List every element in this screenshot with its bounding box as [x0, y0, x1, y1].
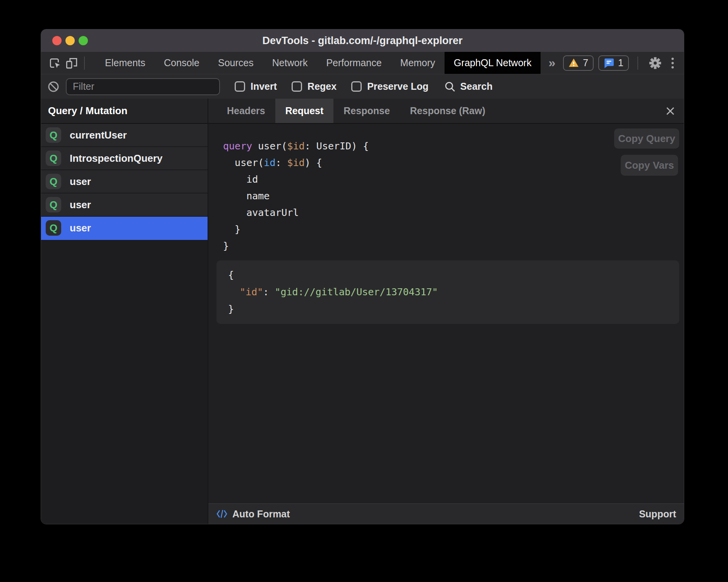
- preserve-log-checkbox[interactable]: [351, 81, 362, 92]
- list-item-user-3-selected[interactable]: Q user: [41, 217, 208, 240]
- query-name: user: [70, 222, 91, 234]
- zoom-window-button[interactable]: [79, 36, 88, 45]
- filter-bar: Invert Regex Preserve Log Search: [41, 74, 684, 99]
- tab-network[interactable]: Network: [263, 52, 317, 74]
- query-name: user: [70, 176, 91, 188]
- query-variables-box: { "id": "gid://gitlab/User/13704317"}: [216, 260, 679, 324]
- query-type-badge: Q: [46, 151, 61, 166]
- warning-count: 7: [583, 57, 588, 68]
- list-item-currentUser[interactable]: Q currentUser: [41, 124, 208, 147]
- tab-response[interactable]: Response: [333, 99, 400, 123]
- list-item-user-1[interactable]: Q user: [41, 170, 208, 193]
- support-link[interactable]: Support: [639, 508, 676, 520]
- message-icon: [604, 58, 614, 68]
- code-brackets-icon: [216, 509, 228, 519]
- query-list: Q currentUser Q IntrospectionQuery Q use…: [41, 124, 208, 240]
- tab-performance[interactable]: Performance: [317, 52, 391, 74]
- invert-label: Invert: [251, 81, 277, 92]
- warnings-badge[interactable]: 7: [563, 55, 594, 71]
- list-item-introspectionquery[interactable]: Q IntrospectionQuery: [41, 147, 208, 170]
- title-bar: DevTools - gitlab.com/-/graphql-explorer: [41, 29, 684, 52]
- query-name: IntrospectionQuery: [70, 152, 163, 164]
- warning-icon: [568, 58, 579, 68]
- auto-format-button[interactable]: Auto Format: [216, 508, 290, 520]
- copy-query-button[interactable]: Copy Query: [614, 128, 679, 149]
- sidebar-header: Query / Mutation: [41, 99, 208, 124]
- toolbar-right-divider: [637, 56, 638, 70]
- device-toolbar-icon: [65, 56, 78, 70]
- close-window-button[interactable]: [52, 36, 62, 45]
- tab-response-raw[interactable]: Response (Raw): [400, 99, 495, 123]
- query-list-sidebar: Query / Mutation Q currentUser Q Introsp…: [41, 99, 208, 524]
- query-name: currentUser: [70, 129, 127, 141]
- close-icon: [664, 105, 676, 117]
- devtools-window: DevTools - gitlab.com/-/graphql-explorer…: [41, 29, 684, 524]
- tab-headers[interactable]: Headers: [217, 99, 275, 123]
- tab-request[interactable]: Request: [275, 99, 334, 123]
- block-icon[interactable]: [47, 80, 60, 93]
- preserve-log-checkbox-group[interactable]: Preserve Log: [351, 81, 428, 92]
- copy-vars-button[interactable]: Copy Vars: [621, 155, 678, 176]
- inspect-element-button[interactable]: [46, 55, 64, 72]
- message-count: 1: [618, 57, 623, 68]
- toolbar-divider: [84, 56, 85, 70]
- detail-panel: Headers Request Response Response (Raw) …: [208, 99, 684, 524]
- detail-tab-bar: Headers Request Response Response (Raw): [208, 99, 684, 124]
- tab-sources[interactable]: Sources: [209, 52, 263, 74]
- inspect-cursor-icon: [48, 56, 62, 70]
- regex-label: Regex: [307, 81, 337, 92]
- query-type-badge: Q: [46, 220, 61, 236]
- settings-button[interactable]: [647, 55, 664, 72]
- query-type-badge: Q: [46, 174, 61, 189]
- minimize-window-button[interactable]: [65, 36, 75, 45]
- auto-format-label: Auto Format: [232, 508, 290, 520]
- tab-graphql-network[interactable]: GraphQL Network: [445, 52, 541, 74]
- query-type-badge: Q: [46, 127, 61, 143]
- search-icon: [444, 81, 456, 92]
- issues-badge[interactable]: 1: [598, 55, 629, 71]
- toolbar-right-group: 7 1: [563, 55, 684, 72]
- tab-elements[interactable]: Elements: [96, 52, 155, 74]
- gear-icon: [648, 56, 663, 70]
- more-tabs-button[interactable]: »: [541, 56, 563, 70]
- invert-checkbox-group[interactable]: Invert: [235, 81, 277, 92]
- more-options-button[interactable]: [668, 58, 677, 68]
- list-item-user-2[interactable]: Q user: [41, 193, 208, 217]
- request-content: query user($id: UserID) { user(id: $id) …: [208, 124, 684, 503]
- preserve-log-label: Preserve Log: [367, 81, 428, 92]
- regex-checkbox-group[interactable]: Regex: [292, 81, 337, 92]
- tab-console[interactable]: Console: [155, 52, 209, 74]
- traffic-lights: [52, 36, 88, 45]
- search-button[interactable]: Search: [444, 81, 493, 92]
- close-panel-button[interactable]: [664, 105, 676, 117]
- panel-footer: Auto Format Support: [208, 503, 684, 524]
- search-label: Search: [460, 81, 493, 92]
- query-type-badge: Q: [46, 197, 61, 212]
- window-title: DevTools - gitlab.com/-/graphql-explorer: [262, 35, 462, 47]
- toggle-device-toolbar-button[interactable]: [64, 55, 81, 72]
- filter-input[interactable]: [66, 78, 220, 95]
- devtools-tab-bar: Elements Console Sources Network Perform…: [41, 52, 684, 74]
- invert-checkbox[interactable]: [235, 81, 245, 92]
- regex-checkbox[interactable]: [292, 81, 302, 92]
- tab-memory[interactable]: Memory: [391, 52, 445, 74]
- query-name: user: [70, 199, 91, 211]
- graphql-query-code: query user($id: UserID) { user(id: $id) …: [223, 138, 684, 254]
